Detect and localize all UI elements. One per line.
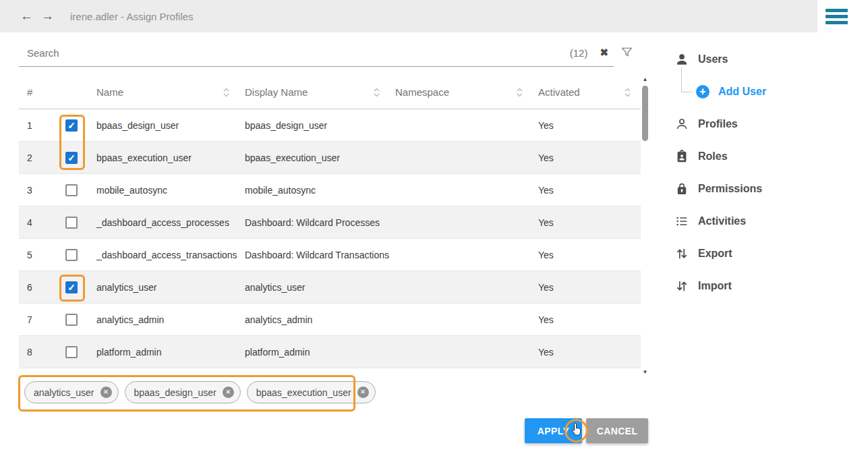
sidebar-item-roles[interactable]: Roles [664, 140, 860, 173]
row-activated: Yes [533, 282, 641, 293]
row-name: bpaas_design_user [91, 120, 239, 131]
table-row[interactable]: 2 bpaas_execution_user bpaas_execution_u… [19, 142, 641, 174]
row-activated: Yes [533, 347, 641, 358]
row-name: _dashboard_access_transactions [91, 250, 239, 260]
chip-remove-icon[interactable] [357, 387, 369, 398]
page-title: irene.adler - Assign Profiles [70, 11, 194, 22]
selected-profile-chip: bpaas_execution_user [247, 381, 376, 403]
scroll-up-icon[interactable]: ▲ [643, 76, 648, 83]
row-checkbox-cell [64, 249, 91, 261]
row-name: platform_admin [91, 347, 239, 358]
chip-label: bpaas_design_user [134, 387, 216, 398]
back-icon[interactable]: ← [20, 9, 33, 24]
apply-button[interactable]: APPLY [525, 418, 582, 443]
scroll-down-icon[interactable]: ▼ [643, 369, 648, 376]
chip-remove-icon[interactable] [100, 387, 112, 398]
sort-icon[interactable] [373, 87, 380, 98]
sort-icon[interactable] [624, 87, 631, 98]
row-display-name: Dashboard: Wildcard Transactions [239, 250, 390, 260]
menu-bar [826, 9, 848, 12]
row-index: 1 [19, 120, 64, 131]
row-checkbox-cell [64, 184, 91, 196]
sidebar-item-label: Activities [698, 215, 746, 227]
sort-icon[interactable] [223, 87, 230, 98]
column-header-activated[interactable]: Activated [533, 86, 641, 98]
sort-icon[interactable] [516, 87, 523, 98]
table-row[interactable]: 3 mobile_autosync mobile_autosync Yes [19, 174, 641, 206]
column-header-name[interactable]: Name [91, 86, 239, 98]
row-checkbox[interactable] [65, 217, 78, 229]
row-display-name: platform_admin [239, 347, 390, 358]
selected-profile-chip: bpaas_design_user [125, 381, 241, 403]
table-header-row: # Name Display Name Namespace Activated [19, 76, 641, 109]
scrollbar-thumb[interactable] [642, 86, 648, 141]
forward-icon[interactable]: → [41, 9, 54, 24]
row-name: analytics_user [91, 282, 239, 293]
table-scrollbar[interactable]: ▲ ▼ [641, 76, 649, 376]
filter-icon[interactable] [620, 45, 634, 62]
import-icon [674, 279, 689, 293]
users-icon [674, 52, 689, 67]
menu-bar [826, 15, 848, 18]
sidebar-item-label: Profiles [698, 118, 738, 130]
row-checkbox[interactable] [65, 119, 78, 132]
sidebar-item-add-user[interactable]: Add User [664, 76, 860, 108]
row-index: 4 [19, 217, 64, 228]
row-checkbox[interactable] [65, 314, 78, 326]
column-header-display-name[interactable]: Display Name [239, 86, 390, 98]
export-icon [674, 246, 689, 261]
sidebar-item-permissions[interactable]: Permissions [664, 173, 860, 205]
row-index: 3 [19, 185, 64, 196]
row-checkbox[interactable] [65, 249, 78, 261]
row-name: analytics_admin [91, 314, 239, 325]
table-row[interactable]: 4 _dashboard_access_processes Dashboard:… [19, 206, 641, 239]
table-row[interactable]: 7 analytics_admin analytics_admin Yes [19, 304, 641, 336]
chip-label: bpaas_execution_user [256, 387, 351, 398]
table-row[interactable]: 6 analytics_user analytics_user Yes [19, 271, 641, 304]
sidebar-item-import[interactable]: Import [664, 270, 860, 302]
row-index: 6 [19, 282, 64, 293]
list-icon [674, 214, 689, 229]
sidebar-item-profiles[interactable]: Profiles [664, 108, 860, 140]
row-checkbox-cell [64, 217, 91, 229]
row-name: mobile_autosync [91, 185, 239, 196]
selected-profiles-list: analytics_user bpaas_design_user bpaas_e… [24, 381, 376, 403]
profiles-table: # Name Display Name Namespace Activated … [19, 76, 641, 368]
row-index: 5 [19, 250, 64, 260]
selected-profile-chip: analytics_user [24, 381, 119, 403]
sidebar-item-label: Permissions [698, 183, 762, 195]
row-display-name: mobile_autosync [239, 185, 390, 196]
column-header-namespace[interactable]: Namespace [390, 86, 533, 98]
clear-search-icon[interactable]: ✖ [600, 47, 608, 59]
row-activated: Yes [533, 217, 641, 228]
table-row[interactable]: 8 platform_admin platform_admin Yes [19, 336, 641, 368]
row-checkbox-cell [64, 152, 91, 164]
row-name: bpaas_execution_user [91, 152, 239, 163]
sidebar-item-activities[interactable]: Activities [664, 205, 860, 237]
roles-badge-icon [674, 149, 689, 164]
chip-label: analytics_user [34, 387, 94, 398]
row-checkbox-cell [64, 119, 91, 132]
cancel-button[interactable]: CANCEL [586, 418, 648, 443]
hamburger-menu-icon[interactable] [823, 4, 849, 29]
lock-icon [674, 181, 689, 196]
row-checkbox[interactable] [65, 346, 78, 358]
sidebar-item-export[interactable]: Export [664, 237, 860, 270]
search-input[interactable] [19, 47, 570, 59]
sidebar-item-users[interactable]: Users [664, 43, 860, 76]
column-header-index: # [19, 86, 64, 98]
chip-remove-icon[interactable] [223, 387, 234, 398]
add-user-icon [696, 85, 710, 98]
row-checkbox[interactable] [65, 184, 78, 196]
row-checkbox-cell [64, 314, 91, 326]
row-checkbox[interactable] [65, 152, 78, 164]
search-bar: (12) ✖ [19, 39, 614, 67]
row-checkbox[interactable] [65, 281, 78, 293]
table-row[interactable]: 1 bpaas_design_user bpaas_design_user Ye… [19, 109, 641, 142]
result-count: (12) [570, 47, 588, 59]
row-activated: Yes [533, 185, 641, 196]
row-display-name: bpaas_design_user [239, 120, 390, 131]
row-activated: Yes [533, 152, 641, 163]
table-row[interactable]: 5 _dashboard_access_transactions Dashboa… [19, 239, 641, 271]
row-index: 7 [19, 314, 64, 325]
